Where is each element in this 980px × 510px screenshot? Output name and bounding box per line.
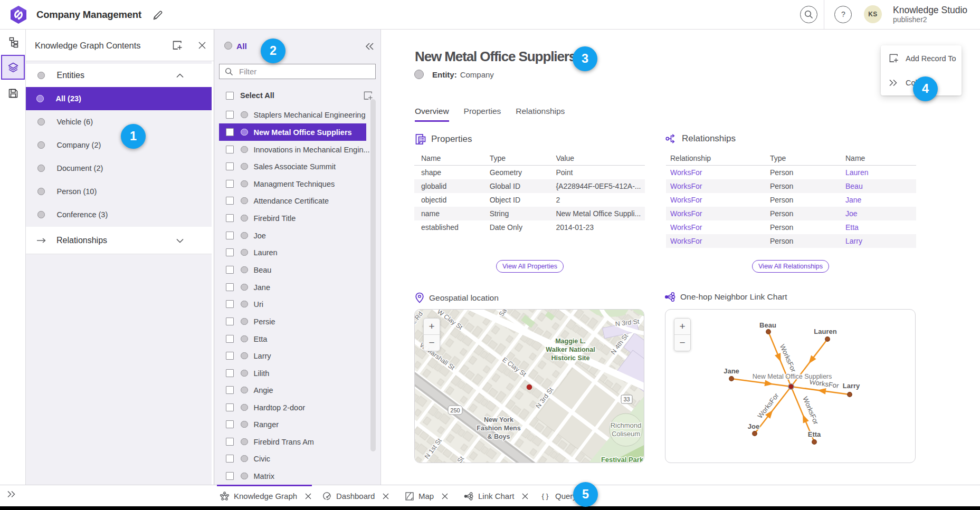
item-checkbox[interactable] [226,248,234,256]
item-checkbox[interactable] [226,386,234,394]
list-item[interactable]: Staplers Mechanical Engineering [219,106,366,123]
item-checkbox[interactable] [226,197,234,205]
item-checkbox[interactable] [226,180,234,188]
link-chart[interactable]: WorksFor WorksFor WorksFor WorksFor Beau [665,309,916,463]
filter-input[interactable] [239,67,360,76]
map-zoom-in-button[interactable]: + [424,319,440,334]
item-checkbox[interactable] [226,403,234,411]
kgc-item-conference[interactable]: Conference (3) [26,203,212,226]
list-item[interactable]: Jane [219,278,366,296]
map-zoom-out-button[interactable]: − [424,335,440,351]
chart-zoom-in-button[interactable]: + [674,319,690,334]
list-item[interactable]: Persie [219,313,366,330]
view-all-properties-button[interactable]: View All Properties [496,260,564,273]
item-checkbox[interactable] [226,214,234,222]
help-button[interactable]: ? [834,6,852,23]
view-all-relationships-button[interactable]: View All Relationships [752,260,829,273]
node-lauren[interactable] [825,337,830,342]
save-rail-button[interactable] [6,86,20,100]
bottom-tab-knowledge-graph[interactable]: Knowledge Graph [220,485,312,507]
chevron-down-icon[interactable] [176,238,184,243]
add-record-icon[interactable] [172,40,183,51]
item-checkbox[interactable] [226,369,234,377]
list-item[interactable]: Matrix [219,467,366,485]
close-tab-icon[interactable] [521,492,529,501]
chevron-up-icon[interactable] [176,73,184,78]
list-item-selected[interactable]: New Metal Office Suppliers [219,123,366,141]
list-item[interactable]: Firebird Title [219,209,366,227]
table-cell-link[interactable]: WorksFor [666,182,766,190]
item-checkbox[interactable] [226,128,234,136]
item-checkbox[interactable] [226,317,234,325]
bottom-tab-dashboard[interactable]: Dashboard [322,485,390,507]
table-cell-link[interactable]: Joe [841,209,912,218]
bottom-tab-map[interactable]: Map [405,485,449,507]
geospatial-map[interactable]: 250 33 k Rd W Clay St Sa E Clay St W Mar… [414,309,644,463]
table-cell-link[interactable]: WorksFor [666,209,766,218]
node-jane[interactable] [729,377,734,381]
node-larry[interactable] [848,392,852,397]
tab-overview[interactable]: Overview [415,107,449,122]
node-beau[interactable] [766,330,771,334]
item-checkbox[interactable] [226,266,234,274]
list-item[interactable]: Firebird Trans Am [219,433,366,450]
table-cell-link[interactable]: WorksFor [666,223,766,232]
list-item[interactable]: Lauren [219,244,366,261]
edit-title-button[interactable] [151,9,164,22]
node-etta[interactable] [812,440,817,445]
item-checkbox[interactable] [226,111,234,119]
relationships-section-header[interactable]: Relationships [26,227,212,254]
collapse-panel-icon[interactable] [364,41,375,52]
table-cell-link[interactable]: Lauren [841,168,912,177]
list-item[interactable]: Lilith [219,364,366,382]
bottom-tab-link-chart[interactable]: Link Chart [464,485,529,507]
list-item[interactable]: Beau [219,261,366,278]
table-cell-link[interactable]: Beau [841,182,912,190]
item-checkbox[interactable] [226,146,234,153]
list-item[interactable]: Attendance Certificate [219,192,366,209]
item-checkbox[interactable] [226,232,234,239]
chart-zoom-out-button[interactable]: − [674,335,690,351]
close-tab-icon[interactable] [304,492,312,501]
menu-item-add-record-to[interactable]: Add Record To [881,50,962,67]
avatar[interactable]: KS [864,5,882,23]
table-cell-link[interactable]: Larry [841,237,912,245]
close-tab-icon[interactable] [382,492,390,501]
table-cell-link[interactable]: WorksFor [666,168,766,177]
tab-relationships[interactable]: Relationships [516,107,565,122]
item-checkbox[interactable] [226,455,234,463]
list-item[interactable]: Hardtop 2-door [219,399,366,416]
kgc-item-document[interactable]: Document (2) [26,157,212,180]
list-item[interactable]: Ranger [219,416,366,433]
kgc-item-all[interactable]: All (23) [26,87,212,110]
item-checkbox[interactable] [226,352,234,360]
item-checkbox[interactable] [226,335,234,343]
table-cell-link[interactable]: WorksFor [666,196,766,204]
list-item[interactable]: Larry [219,347,366,364]
list-scrollbar[interactable] [370,99,376,451]
list-item[interactable]: Joe [219,227,366,244]
list-item[interactable]: Uri [219,295,366,313]
table-cell-link[interactable]: Jane [841,196,912,204]
close-panel-icon[interactable] [198,41,206,50]
list-item[interactable]: Innovations in Mechanical Engin... [219,141,366,158]
kgc-item-company[interactable]: Company (2) [26,133,212,157]
bottom-tab-query[interactable]: { } Query [540,485,577,507]
entities-section-header[interactable]: Entities [26,64,212,87]
search-button[interactable] [800,6,817,23]
kgc-item-vehicle[interactable]: Vehicle (6) [26,110,212,133]
list-item[interactable]: Angie [219,381,366,399]
list-item[interactable]: Etta [219,330,366,348]
item-checkbox[interactable] [226,283,234,291]
item-checkbox[interactable] [226,438,234,446]
item-checkbox[interactable] [226,300,234,308]
contents-rail-button[interactable] [1,55,25,80]
table-cell-link[interactable]: WorksFor [666,237,766,245]
list-item[interactable]: Sales Associate Summit [219,158,366,175]
node-joe[interactable] [753,431,757,436]
table-cell-link[interactable]: Etta [841,223,912,232]
tab-properties[interactable]: Properties [464,107,501,122]
item-checkbox[interactable] [226,420,234,428]
center-node[interactable] [788,384,794,389]
item-checkbox[interactable] [226,472,234,480]
